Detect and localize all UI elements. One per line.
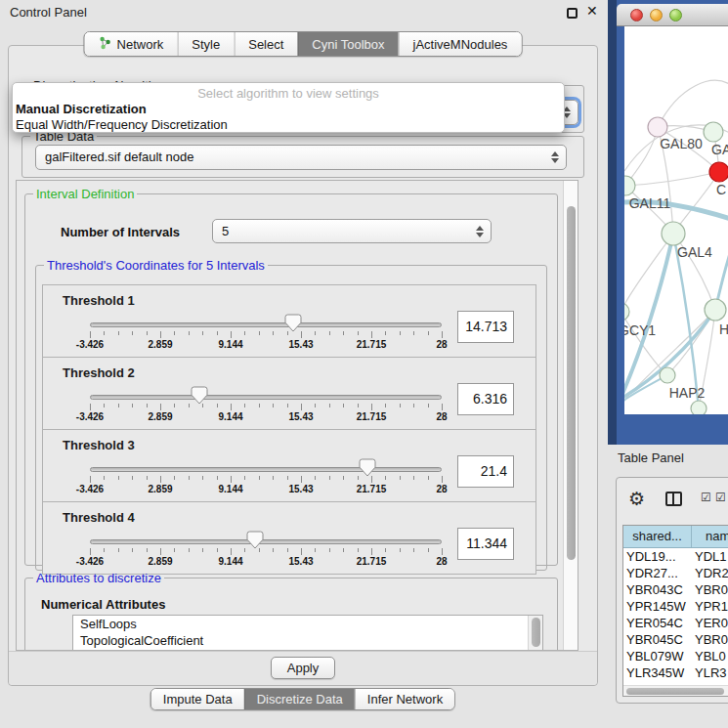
table-row[interactable]: YPR145WYPR1: [623, 598, 728, 615]
slider-tick: [413, 331, 414, 335]
cell-name: YPR1: [692, 598, 728, 615]
minimize-traffic-light-icon[interactable]: [650, 9, 663, 21]
slider-thumb[interactable]: [246, 531, 264, 549]
slider-tick: [90, 331, 91, 338]
dropdown-option-equal-width-frequency-discretization[interactable]: Equal Width/Frequency Discretization: [13, 116, 564, 132]
tab-cyni-toolbox[interactable]: Cyni Toolbox: [297, 32, 398, 56]
network-edge[interactable]: [658, 80, 728, 127]
network-edge[interactable]: [624, 234, 673, 312]
slider-tick: [343, 331, 344, 335]
network-node-edge-node[interactable]: [691, 401, 707, 414]
slider-tick-label: 28: [436, 339, 447, 350]
table-row[interactable]: YER054CYER0: [623, 615, 728, 631]
slider-thumb[interactable]: [359, 458, 376, 477]
split-columns-icon[interactable]: [665, 492, 682, 506]
slider-tick: [174, 548, 175, 552]
slider-track[interactable]: [90, 322, 442, 327]
tab-jactivemnodules[interactable]: jActiveMNodules: [399, 32, 522, 56]
interval-definition-title: Interval Definition: [33, 187, 137, 201]
table-row[interactable]: YDL19...YDL1: [623, 548, 728, 565]
network-edge[interactable]: [624, 312, 667, 375]
slider-tick-label: 9.144: [218, 484, 242, 494]
settings-scrollpane: Interval Definition Number of Intervals …: [16, 180, 578, 651]
tab-network[interactable]: Network: [85, 32, 178, 56]
slider-tick: [343, 548, 344, 552]
network-edge[interactable]: [625, 172, 719, 186]
slider-thumb[interactable]: [191, 386, 208, 405]
network-window-titlebar[interactable]: [617, 4, 728, 26]
slider-tick: [104, 331, 105, 335]
network-node-ha[interactable]: [705, 299, 726, 321]
cell-name: YDL1: [692, 548, 728, 565]
tab-discretize-data[interactable]: Discretize Data: [244, 689, 355, 709]
attributes-list-scrollbar[interactable]: [528, 616, 542, 651]
column-header-shared-name[interactable]: shared...: [623, 526, 692, 547]
slider-tick: [287, 476, 288, 480]
table-row[interactable]: YBR043CYBR0: [623, 581, 728, 598]
network-node-gal4[interactable]: [662, 222, 685, 245]
slider-tick: [413, 548, 414, 552]
table-row[interactable]: YDR27...YDR2: [623, 565, 728, 581]
settings-vertical-scrollbar[interactable]: [563, 181, 578, 650]
table-horizontal-scrollbar[interactable]: [623, 685, 728, 696]
tab-label: Cyni Toolbox: [312, 37, 384, 52]
slider-tick: [329, 404, 330, 407]
tab-style[interactable]: Style: [177, 32, 234, 56]
slider-tick: [244, 476, 245, 480]
slider-tick: [442, 548, 443, 555]
cell-shared-name: YPR145W: [623, 598, 692, 615]
slider-tick: [428, 476, 429, 480]
table-data-combobox[interactable]: galFiltered.sif default node: [35, 145, 567, 170]
column-header-name[interactable]: name: [692, 526, 728, 547]
close-traffic-light-icon[interactable]: [630, 9, 643, 21]
network-node-hap2[interactable]: [660, 367, 675, 383]
slider-track[interactable]: [90, 395, 442, 400]
tab-infer-network[interactable]: Infer Network: [355, 689, 454, 709]
slider-tick: [385, 331, 386, 335]
threshold-value-field[interactable]: 11.344: [457, 528, 514, 560]
top-tab-bar: NetworkStyleSelectCyni ToolboxjActiveMNo…: [84, 31, 523, 57]
float-window-icon[interactable]: [567, 8, 578, 19]
dropdown-option-manual-discretization[interactable]: Manual Discretization: [13, 101, 564, 116]
close-window-icon[interactable]: ✕: [586, 3, 598, 19]
gear-icon[interactable]: ⚙: [628, 488, 645, 510]
numerical-attributes-list[interactable]: SelfLoopsTopologicalCoefficientBetweenne…: [72, 615, 543, 651]
network-node-label: GCY1: [624, 322, 656, 338]
slider-thumb[interactable]: [284, 314, 302, 332]
thresholds-group: Threshold's Coordinates for 5 Intervals …: [35, 258, 547, 571]
slider-tick: [132, 404, 133, 407]
slider-tick: [202, 548, 203, 552]
network-canvas[interactable]: GAL80GALCGAL11GAL4GCY1HAHAP2: [624, 26, 728, 414]
network-node-gal[interactable]: [704, 122, 723, 142]
tab-select[interactable]: Select: [234, 32, 297, 56]
network-node-label: HAP2: [669, 385, 706, 401]
checkbox-icon[interactable]: ☑: [701, 491, 711, 504]
num-intervals-combobox[interactable]: 5: [212, 219, 492, 243]
zoom-traffic-light-icon[interactable]: [669, 9, 682, 21]
slider-tick: [202, 476, 203, 480]
network-node-gal11[interactable]: [624, 176, 635, 195]
network-node-selected-red[interactable]: [709, 162, 728, 182]
attribute-item-topologicalcoefficient[interactable]: TopologicalCoefficient: [73, 632, 542, 649]
threshold-4-panel: Threshold 4-3.4262.8599.14415.4321.71528…: [42, 501, 536, 575]
slider-track[interactable]: [90, 539, 442, 544]
slider-tick: [231, 404, 232, 410]
network-icon: [99, 36, 112, 53]
slider-tick: [400, 331, 401, 335]
threshold-value-field[interactable]: 14.713: [457, 311, 514, 343]
slider-track[interactable]: [90, 467, 442, 472]
tab-impute-data[interactable]: Impute Data: [151, 689, 244, 709]
slider-tick: [301, 548, 302, 555]
threshold-value-field[interactable]: 6.316: [457, 383, 514, 415]
table-row[interactable]: YLR345WYLR3: [623, 664, 728, 681]
network-node-gal80[interactable]: [648, 117, 667, 137]
table-row[interactable]: YBR045CYBR0: [623, 631, 728, 648]
attribute-item-selfloops[interactable]: SelfLoops: [73, 616, 542, 632]
table-row[interactable]: YBL079WYBL0: [623, 648, 728, 664]
network-node-gcy1[interactable]: [624, 303, 629, 321]
slider-tick-label: 21.715: [357, 484, 387, 494]
apply-button[interactable]: Apply: [271, 657, 335, 679]
threshold-value-field[interactable]: 21.4: [457, 455, 514, 488]
threshold-label: Threshold 1: [63, 293, 135, 308]
checkbox-icon[interactable]: ☑: [715, 491, 726, 504]
